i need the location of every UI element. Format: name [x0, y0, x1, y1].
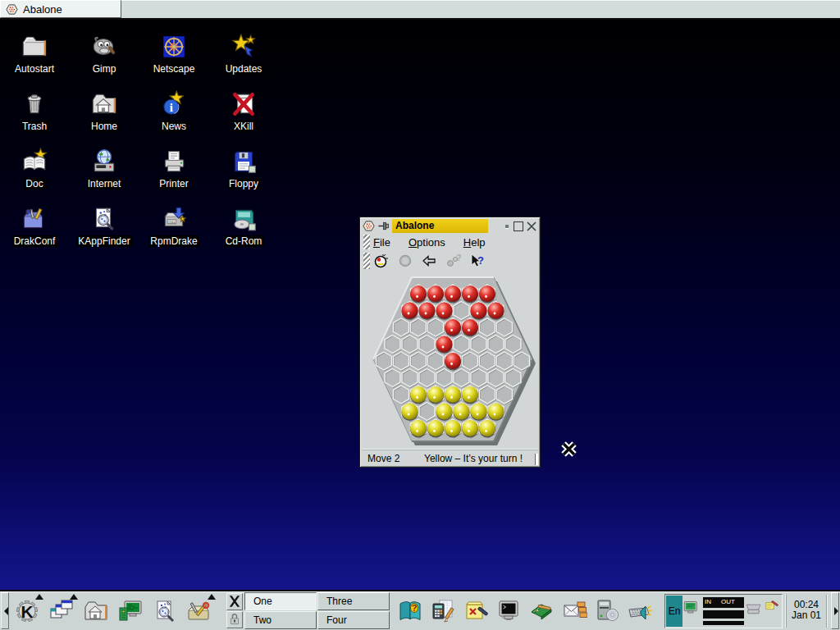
- svg-text:?: ?: [412, 603, 418, 613]
- panel-clock: 00:24 Jan 01: [786, 595, 827, 628]
- desktop-icon-cdrom[interactable]: Cd-Rom: [207, 205, 281, 248]
- desktop-icon-floppy[interactable]: Floppy: [207, 148, 281, 190]
- pager-desktop-one[interactable]: One: [244, 592, 317, 610]
- panel-launcher-k-menu[interactable]: K: [14, 598, 40, 624]
- network-monitor[interactable]: INOUT: [703, 596, 744, 627]
- kbdsnd-icon: [627, 598, 653, 624]
- panel-launcher-window-list[interactable]: [48, 598, 75, 624]
- new-game-icon: [373, 253, 390, 269]
- keyboard-layout-indicator[interactable]: En: [666, 596, 682, 627]
- desktop-icon-gimp[interactable]: Gimp: [67, 33, 141, 75]
- pin-button[interactable]: [377, 220, 390, 232]
- desktop-icon-label: Autostart: [13, 63, 56, 75]
- svg-text:?: ?: [477, 254, 484, 267]
- kscd-icon: [594, 598, 620, 624]
- panel-launcher-editor[interactable]: [528, 598, 555, 624]
- desktop-icon-netscape[interactable]: Netscape: [137, 33, 211, 75]
- desktop-icon-home[interactable]: Home: [67, 90, 141, 133]
- rpmdrake-icon: RPM: [160, 205, 188, 233]
- maximize-button[interactable]: [514, 221, 523, 231]
- netscape-icon: [160, 33, 188, 61]
- drakconf-icon: [21, 205, 48, 233]
- panel-launcher-multimedia[interactable]: [594, 598, 620, 624]
- panel-launcher-find-files[interactable]: [152, 598, 178, 624]
- panel-launcher-calculator[interactable]: [430, 598, 456, 624]
- desktop-icon-label: Trash: [21, 121, 48, 132]
- toolbar-undo-button[interactable]: [421, 253, 437, 269]
- cursor-x: [560, 441, 578, 458]
- panel-launcher-home-folder[interactable]: [83, 598, 109, 624]
- desktop-icon-trash[interactable]: Trash: [0, 90, 71, 133]
- panel-launcher-toolbox[interactable]: [186, 598, 212, 624]
- resize-grip[interactable]: [535, 454, 538, 465]
- toolbar-stop-button[interactable]: [397, 253, 413, 269]
- xkill-icon: [230, 90, 258, 118]
- desktop-icon-label: Cd-Rom: [224, 235, 264, 247]
- desktop-icon-label: Netscape: [152, 63, 197, 75]
- game-board[interactable]: [362, 271, 540, 446]
- panel-launcher-notes[interactable]: [463, 598, 489, 624]
- desktop-icon-doc[interactable]: Doc: [0, 148, 71, 190]
- konsole-icon: [495, 598, 522, 624]
- pager-desktop-three[interactable]: Three: [317, 592, 390, 610]
- toolbar-drag-handle[interactable]: [363, 253, 370, 269]
- close-button[interactable]: [526, 221, 537, 232]
- news-icon: i: [160, 90, 188, 118]
- desktop-icon-label: DrakConf: [12, 235, 57, 247]
- tray-printer-icon[interactable]: [745, 598, 765, 624]
- kedit-icon: [528, 598, 555, 624]
- desktop-icon-updates[interactable]: Updates: [207, 33, 281, 75]
- clock-date: Jan 01: [787, 610, 826, 621]
- desktop-icon-drakconf[interactable]: DrakConf: [0, 205, 71, 248]
- panel-launcher-keyboard-sound[interactable]: [627, 598, 653, 624]
- menu-help[interactable]: Help: [463, 236, 486, 249]
- statusbar: Move 2 Yellow – It’s your turn !: [362, 450, 538, 465]
- toolbox-icon: [186, 598, 212, 624]
- panel-button-lock-screen[interactable]: [226, 611, 243, 628]
- desktop-icon-label: XKill: [232, 121, 255, 132]
- panel-hide-left[interactable]: [1, 592, 9, 629]
- desktop-icon-label: Gimp: [91, 63, 118, 75]
- kcontrol-icon: [117, 598, 144, 624]
- panel-launcher-control-center[interactable]: [117, 598, 144, 624]
- home-icon: [90, 90, 118, 118]
- desktop-icon-label: Floppy: [227, 178, 260, 189]
- desktop-icon-autostart[interactable]: Autostart: [0, 33, 71, 75]
- menubar-drag-handle[interactable]: [363, 235, 370, 249]
- panel-launcher-help[interactable]: ?: [397, 598, 423, 624]
- toolbar-whats-this-button[interactable]: ?: [468, 253, 485, 269]
- panel-hide-right[interactable]: [831, 592, 839, 629]
- clock-time: 00:24: [787, 600, 826, 610]
- desktop-icon-rpmdrake[interactable]: RPMRpmDrake: [137, 205, 211, 248]
- menu-options[interactable]: Options: [409, 236, 445, 249]
- panel-button-x-server[interactable]: [226, 593, 243, 610]
- tray-monitor-icon[interactable]: [682, 598, 702, 624]
- pager-desktop-two[interactable]: Two: [244, 611, 317, 629]
- pager-desktop-four[interactable]: Four: [317, 611, 390, 629]
- kappfinder-icon: [90, 205, 118, 233]
- trash-icon: [21, 90, 48, 118]
- menu-file[interactable]: File: [373, 236, 390, 249]
- knotes-icon: [463, 598, 489, 624]
- tray-note-icon[interactable]: [765, 598, 781, 624]
- desktop-icon-printer[interactable]: Printer: [137, 148, 211, 190]
- toolbar-new-game-button[interactable]: [373, 253, 390, 269]
- svg-text:K: K: [21, 601, 33, 620]
- desktop-icon-internet[interactable]: Internet: [67, 148, 141, 190]
- desktop-icon-kappfinder[interactable]: KAppFinder: [67, 205, 141, 248]
- desktop-icon-label: Doc: [24, 178, 44, 189]
- desktop-icon-label: Home: [89, 121, 119, 132]
- net-in-label: IN: [705, 598, 711, 605]
- taskbar-task-abalone[interactable]: Abalone: [0, 0, 121, 18]
- desktop-icon-xkill[interactable]: XKill: [207, 90, 281, 133]
- home-icon: [83, 598, 109, 624]
- window-icon: [363, 220, 375, 232]
- winlist-icon: [48, 598, 75, 624]
- panel-launcher-mail[interactable]: [561, 598, 587, 624]
- desktop-icon-news[interactable]: iNews: [137, 90, 211, 133]
- panel-launcher-terminal[interactable]: [495, 598, 522, 624]
- helpbook-icon: ?: [397, 598, 423, 624]
- launcher-menu-arrow: [35, 594, 43, 600]
- titlebar[interactable]: Abalone: [362, 219, 538, 234]
- toolbar-net-game-button[interactable]: ?: [445, 253, 461, 269]
